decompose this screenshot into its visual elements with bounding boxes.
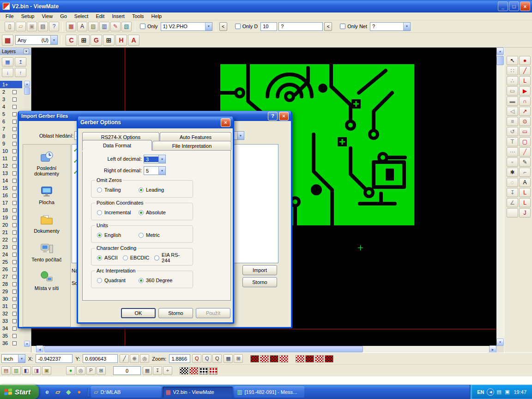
layers-grid-button[interactable]: ▦ [2,57,13,66]
scroll-up-icon[interactable]: ▲ [496,48,504,55]
pad-flash-icon[interactable]: ● [519,56,531,65]
dcode-pattern-2[interactable] [260,355,269,363]
layer-color-swatch[interactable] [12,186,17,190]
language-indicator[interactable]: EN [477,389,484,395]
folder-quick-launch-icon[interactable]: ▱ [54,388,62,396]
layer-color-swatch[interactable] [12,223,17,227]
place-recent-documents[interactable]: Poslední dokumenty [24,150,69,176]
menu-tools[interactable]: Tools [128,13,148,19]
radio-incremental[interactable]: Incremental [97,210,139,215]
hatch-pattern-icon[interactable]: ▧ [121,22,132,31]
h-code-icon[interactable]: H [115,35,127,46]
layer-color-swatch[interactable] [12,157,17,161]
minimize-button[interactable]: _ [498,1,508,11]
layer-color-swatch[interactable] [12,112,17,116]
new-file-icon[interactable]: ▯ [5,22,15,31]
anchor-down-icon[interactable]: ↧ [153,366,162,375]
layer-color-swatch[interactable] [12,201,17,205]
layer-color-swatch[interactable] [12,120,17,124]
draw-line-status-icon[interactable]: ╱ [120,354,129,363]
tray-app-icon[interactable]: ▣ [503,388,511,396]
dcode-query-field[interactable]: ? [278,22,323,31]
radio-absolute[interactable]: Absolute [139,210,180,215]
underline-l-tool-icon[interactable]: L [519,198,531,207]
radio-leading[interactable]: Leading [139,187,180,193]
menu-insert[interactable]: Insert [108,13,128,19]
context-help-icon[interactable]: ? [49,22,59,31]
only-layer-checkbox[interactable]: Only [140,24,158,29]
layer-color-swatch[interactable] [12,149,17,153]
zoom-field[interactable]: 1.8866 [169,354,190,363]
m-code-grid-icon[interactable]: ⊞ [103,35,115,46]
corner-tool-icon[interactable]: ⌐ [519,168,531,177]
scroll-down-icon[interactable]: ▼ [496,339,504,346]
menu-go[interactable]: Go [56,13,71,19]
left-of-decimal-combo[interactable]: 3▼ [144,155,166,163]
layer-d-icon[interactable]: ◨ [32,366,41,375]
menu-setup[interactable]: Setup [18,13,38,19]
import-button[interactable]: Import [242,265,277,275]
select-cursor-icon[interactable]: ↖ [507,56,518,65]
rect-outline-tool-icon[interactable]: ▭ [519,127,531,136]
layer-color-swatch[interactable] [12,282,17,286]
origin-icon[interactable]: ◎ [140,354,149,363]
probe-p-icon[interactable]: P [86,366,96,375]
dot-grid-icon[interactable]: ▦ [143,366,152,375]
place-desktop[interactable]: Plocha [24,184,69,205]
layer-color-swatch[interactable] [12,267,17,272]
open-folder-icon[interactable]: ▱ [16,22,26,31]
layer-color-swatch[interactable] [12,319,17,323]
tab-data-format[interactable]: Data Format [82,140,152,151]
line-tool-icon[interactable]: ╱ [519,66,531,75]
browser-quick-launch-icon[interactable]: ● [75,388,83,396]
radio-quadrant[interactable]: Quadrant [97,278,139,283]
polyline-tool-icon[interactable]: L [519,76,531,85]
place-my-computer[interactable]: Tento počítač [24,242,69,262]
lamp-icon[interactable]: ◎ [76,366,85,375]
layer-combo[interactable]: 1) V2.PHO▼ [161,22,212,31]
dashed-rect-tool-icon[interactable]: ▫ [507,157,518,167]
save-icon[interactable]: ▣ [27,22,37,31]
bar-pattern-icon[interactable]: ▥ [99,22,109,31]
frame-tool-icon[interactable]: ▭ [507,86,518,96]
print-icon[interactable]: ▤ [38,22,48,31]
thin-line-tool-icon[interactable]: ╱ [519,147,531,157]
arrow-tool-icon[interactable]: ▶ [519,86,531,96]
layer-e-icon[interactable]: ▣ [42,366,51,375]
snap-points-icon[interactable]: ∷ [507,66,518,75]
messenger-quick-launch-icon[interactable]: ◆ [64,388,73,396]
circle-tool-icon[interactable]: ⊙ [519,117,531,126]
y-coordinate-field[interactable]: 0.690643 [83,354,118,363]
dcode-pattern-4[interactable] [279,355,288,363]
menu-file[interactable]: File [2,13,18,19]
dcode-pattern-6[interactable] [305,355,314,363]
place-network[interactable]: Místa v síti [24,270,69,291]
c-code-icon[interactable]: C [66,35,77,46]
layer-color-swatch[interactable] [12,334,17,338]
dots-tool-icon[interactable]: ⋯ [507,147,518,157]
layer-color-swatch[interactable] [12,312,17,316]
a-code-icon[interactable]: A [128,35,139,46]
dcode-pattern-8[interactable] [325,355,333,363]
close-icon[interactable]: × [221,118,230,127]
dcode-pattern-7[interactable] [315,355,324,363]
measure-text-icon[interactable]: A [77,22,87,31]
shape-pattern-3[interactable] [199,367,208,375]
fill-pattern-icon[interactable]: ▨ [88,22,98,31]
layer-color-swatch[interactable] [12,275,17,279]
layer-color-swatch[interactable] [12,290,17,294]
dcode-pattern-5[interactable] [296,355,304,363]
j-tool-icon[interactable]: J [519,208,531,218]
shape-pattern-1[interactable] [180,367,188,375]
layer-color-swatch[interactable] [12,326,17,331]
zoom-point-icon[interactable]: Q [192,354,201,363]
text-a-tool-icon[interactable]: A [519,178,531,187]
layer-color-swatch[interactable] [12,245,17,249]
ie-quick-launch-icon[interactable]: e [43,388,51,396]
start-button[interactable]: Start [0,385,39,399]
radio-metric[interactable]: Metric [139,232,180,238]
layer-color-swatch[interactable] [12,193,17,198]
d-code-grid-icon[interactable]: ⊞ [78,35,90,46]
aperture-swap-icon[interactable]: ▩ [2,35,13,46]
radio-ascii[interactable]: ASCII [97,255,118,260]
